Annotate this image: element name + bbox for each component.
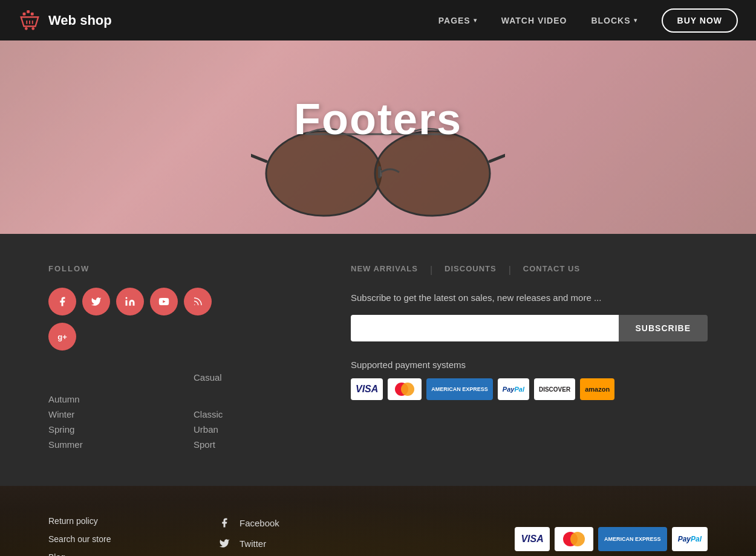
svg-line-13 — [490, 155, 505, 161]
tab-sep-1: | — [430, 265, 432, 276]
social-rss-btn[interactable] — [184, 288, 212, 315]
social-googleplus-btn[interactable]: g+ — [48, 323, 76, 351]
footer-paypal: PayPal — [672, 527, 708, 551]
payment-title: Supported payment systems — [351, 360, 708, 370]
dark-footer: Return policy Search our store Blog Cont… — [0, 486, 756, 556]
footer-twitter-label: Twitter — [240, 538, 266, 549]
footer-content: Return policy Search our store Blog Cont… — [0, 486, 756, 556]
cart-icon — [18, 9, 41, 32]
tab-discounts[interactable]: DISCOUNTS — [445, 264, 497, 276]
footer-social-facebook[interactable]: Facebook — [218, 516, 478, 529]
tab-sep-2: | — [509, 265, 511, 276]
payment-discover: DISCOVER — [534, 378, 575, 400]
svg-point-4 — [31, 27, 34, 30]
hero-section: Footers — [0, 40, 756, 234]
link-classic[interactable]: Classic — [194, 409, 302, 419]
footer-amex: AMERICAN EXPRESS — [598, 527, 667, 551]
facebook-icon — [218, 516, 231, 529]
social-facebook-btn[interactable] — [48, 288, 76, 315]
navbar: Web shop PAGES ▾ WATCH VIDEO BLOCKS ▾ BU… — [0, 0, 756, 40]
footer-links: Return policy Search our store Blog Cont… — [48, 516, 181, 556]
footer-blog[interactable]: Blog — [48, 552, 181, 556]
svg-point-15 — [126, 297, 128, 299]
link-urban[interactable]: Urban — [194, 424, 302, 435]
svg-point-9 — [375, 131, 490, 216]
svg-point-24 — [570, 532, 585, 546]
footer-payment: VISA AMERICAN EXPRESS PayPal DISCOVER am… — [478, 516, 708, 556]
svg-line-12 — [251, 155, 266, 161]
buy-now-button[interactable]: BUY NOW — [662, 8, 738, 33]
footer-facebook-label: Facebook — [240, 518, 279, 528]
social-linkedin-btn[interactable] — [116, 288, 144, 315]
newsletter-column: NEW ARRIVALS | DISCOUNTS | CONTACT US Su… — [351, 264, 708, 450]
link-casual[interactable]: Casual — [194, 372, 302, 404]
svg-rect-1 — [27, 10, 30, 13]
svg-point-19 — [401, 383, 414, 396]
subscribe-button[interactable]: SUBSCRIBE — [619, 315, 708, 341]
brand-name: Web shop — [48, 13, 112, 28]
footer-visa: VISA — [515, 527, 550, 551]
payment-amazon: amazon — [580, 378, 614, 400]
payment-icons: VISA AMERICAN EXPRESS PayPal DISCOVER am… — [351, 378, 708, 400]
footer-mastercard — [555, 527, 593, 551]
chevron-icon: ▾ — [634, 17, 637, 24]
link-summer[interactable]: Summer — [48, 439, 157, 450]
newsletter-tabs: NEW ARRIVALS | DISCOUNTS | CONTACT US — [351, 264, 708, 276]
svg-point-3 — [25, 27, 28, 30]
svg-point-8 — [266, 131, 381, 216]
link-spring[interactable]: Spring — [48, 424, 157, 435]
payment-mastercard — [388, 378, 422, 400]
svg-rect-2 — [31, 12, 34, 15]
tab-contact-us[interactable]: CONTACT US — [523, 264, 580, 276]
twitter-icon — [218, 537, 231, 550]
hero-title: Footers — [294, 94, 462, 144]
subscribe-description: Subscribe to get the latest on sales, ne… — [351, 293, 708, 303]
follow-title: FOLLOW — [48, 264, 302, 273]
svg-point-17 — [194, 305, 195, 306]
link-sport[interactable]: Sport — [194, 439, 302, 450]
svg-rect-0 — [23, 12, 26, 15]
link-autumn[interactable]: Autumn — [48, 394, 157, 404]
social-row-1 — [48, 288, 302, 315]
link-winter[interactable]: Winter — [48, 409, 157, 419]
tab-new-arrivals[interactable]: NEW ARRIVALS — [351, 264, 418, 276]
follow-column: FOLLOW g+ Autumn Casual — [48, 264, 302, 450]
category-links: Autumn Casual Winter Classic Spring Urba… — [48, 372, 302, 450]
social-row-2: g+ — [48, 323, 302, 351]
social-twitter-btn[interactable] — [82, 288, 110, 315]
chevron-icon: ▾ — [474, 17, 477, 24]
payment-amex: AMERICAN EXPRESS — [426, 378, 493, 400]
nav-watch-video[interactable]: WATCH VIDEO — [501, 16, 567, 25]
footer-search-store[interactable]: Search our store — [48, 534, 181, 544]
social-youtube-btn[interactable] — [150, 288, 178, 315]
email-input[interactable] — [351, 315, 619, 341]
footer-return-policy[interactable]: Return policy — [48, 516, 181, 526]
brand-logo[interactable]: Web shop — [18, 9, 112, 32]
subscribe-row: SUBSCRIBE — [351, 315, 708, 341]
payment-paypal: PayPal — [498, 378, 529, 400]
nav-pages[interactable]: PAGES ▾ — [438, 16, 477, 25]
mid-section: FOLLOW g+ Autumn Casual — [0, 234, 756, 486]
footer-social-twitter[interactable]: Twitter — [218, 537, 478, 550]
nav-blocks[interactable]: BLOCKS ▾ — [591, 16, 637, 25]
nav-links: PAGES ▾ WATCH VIDEO BLOCKS ▾ BUY NOW — [438, 8, 738, 33]
footer-social: Facebook Twitter Instagram Youtube — [181, 516, 478, 556]
payment-visa: VISA — [351, 378, 383, 400]
